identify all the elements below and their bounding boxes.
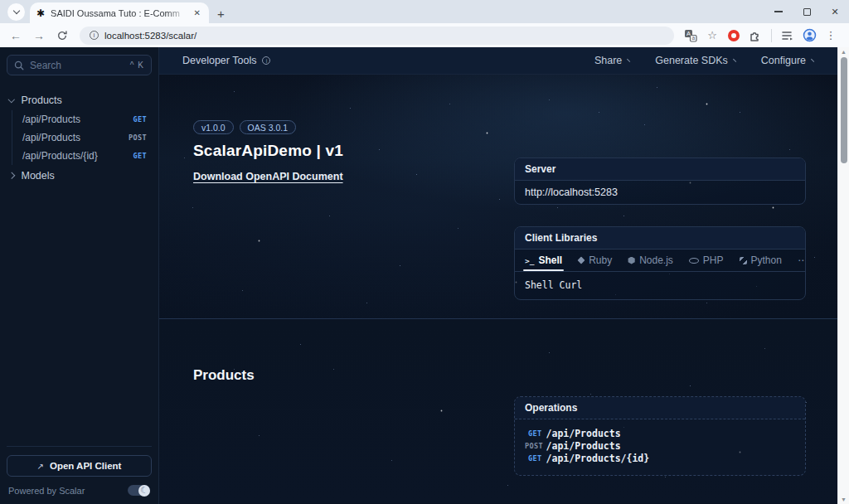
sidebar-endpoint-item[interactable]: /api/Products GET <box>12 110 152 128</box>
scroll-down-arrow[interactable]: ▼ <box>838 497 849 502</box>
sidebar-endpoint-item[interactable]: /api/Products/{id} GET <box>12 147 152 165</box>
operation-path: /api/Products/{id} <box>546 453 650 465</box>
new-tab-button[interactable]: + <box>217 7 225 20</box>
endpoint-path: /api/Products <box>22 114 133 125</box>
operation-link[interactable]: POST /api/Products <box>525 440 795 453</box>
sidebar-spacer <box>7 186 152 446</box>
sidebar-group-models[interactable]: Models <box>7 165 152 186</box>
method-badge: GET <box>133 115 147 124</box>
sidebar-group-products[interactable]: Products <box>7 90 152 110</box>
avatar-icon <box>803 28 817 42</box>
library-tab[interactable]: Python <box>740 250 782 271</box>
products-section: Products Operations GET /api/Products <box>159 319 837 503</box>
sidebar: Search ^ K Products /api/Products GET /a… <box>0 47 159 504</box>
maximize-icon <box>803 8 811 16</box>
browser-tab[interactable]: ✱ SAIDI Oussama Tuto : E-Comm ✕ <box>30 2 209 23</box>
server-card: Server http://localhost:5283 <box>514 158 806 205</box>
window-close-button[interactable]: ✕ <box>821 0 849 23</box>
header-menus: Share Generate SDKs Configure <box>594 55 816 66</box>
tab-label: Node.js <box>639 254 673 266</box>
api-title: ScalarApiDemo | v1 <box>193 142 343 160</box>
endpoint-list: /api/Products GET /api/Products POST /ap… <box>12 110 152 165</box>
library-tab[interactable]: Shell <box>525 250 562 271</box>
api-intro-section: v1.0.0 OAS 3.0.1 ScalarApiDemo | v1 Down… <box>159 75 837 319</box>
oas-badge: OAS 3.0.1 <box>240 120 296 134</box>
browser-menu-button[interactable]: ⋮ <box>821 26 841 46</box>
scrollbar-thumb[interactable] <box>841 57 847 163</box>
chevron-right-icon <box>8 172 15 179</box>
reading-list-button[interactable] <box>778 26 798 46</box>
extension-red-button[interactable] <box>724 26 744 46</box>
translate-button[interactable]: A a <box>681 26 701 46</box>
operation-method: GET <box>525 453 541 465</box>
search-icon <box>14 61 24 70</box>
library-tab[interactable]: Ruby <box>578 250 612 271</box>
open-api-client-button[interactable]: ↗ Open API Client <box>7 455 152 477</box>
url-text: localhost:5283/scalar/ <box>104 31 196 41</box>
profile-avatar-button[interactable] <box>799 26 819 46</box>
header-menu-item[interactable]: Share <box>594 55 632 66</box>
bookmark-star-button[interactable]: ☆ <box>702 26 722 46</box>
translate-icon: A a <box>684 29 697 42</box>
external-link-icon: ↗ <box>37 462 44 471</box>
operation-method: POST <box>525 440 541 453</box>
svg-text:a: a <box>691 35 695 41</box>
back-button[interactable]: ← <box>5 26 27 46</box>
operation-link[interactable]: GET /api/Products/{id} <box>525 453 795 465</box>
endpoint-path: /api/Products/{id} <box>22 150 133 162</box>
method-badge: POST <box>129 133 147 142</box>
chevron-down-icon <box>8 96 15 103</box>
operations-list: GET /api/Products POST /api/Products <box>515 419 805 475</box>
tab-icon <box>578 256 585 264</box>
minimize-icon <box>774 11 783 12</box>
method-badge: GET <box>133 152 147 160</box>
browser-toolbar: ← → localhost:5283/scalar/ A a ☆ <box>0 23 849 47</box>
forward-button[interactable]: → <box>28 26 50 46</box>
server-url-value[interactable]: http://localhost:5283 <box>515 181 805 204</box>
menu-label: Configure <box>761 55 806 66</box>
powered-by-row: Powered by Scalar ☾ <box>7 485 152 496</box>
operation-link[interactable]: GET /api/Products <box>525 428 795 440</box>
info-icon[interactable] <box>262 56 270 65</box>
moon-icon: ☾ <box>140 485 148 496</box>
tab-icon <box>525 256 534 265</box>
reload-button[interactable] <box>51 26 73 46</box>
operation-path: /api/Products <box>546 428 621 440</box>
search-placeholder: Search <box>30 60 124 71</box>
intro-left-column: v1.0.0 OAS 3.0.1 ScalarApiDemo | v1 Down… <box>193 120 343 318</box>
address-bar[interactable]: localhost:5283/scalar/ <box>80 27 674 45</box>
window-controls: ✕ <box>764 0 849 23</box>
library-tab[interactable]: Node.js <box>628 250 673 271</box>
sidebar-endpoint-item[interactable]: /api/Products POST <box>12 128 152 147</box>
scroll-area: v1.0.0 OAS 3.0.1 ScalarApiDemo | v1 Down… <box>159 75 837 504</box>
endpoint-path: /api/Products <box>22 132 129 143</box>
maximize-button[interactable] <box>793 0 821 23</box>
extensions-button[interactable] <box>745 26 765 46</box>
library-tab[interactable]: PHP <box>689 250 724 271</box>
minimize-button[interactable] <box>764 0 793 23</box>
dark-mode-toggle[interactable]: ☾ <box>128 485 150 496</box>
operation-path: /api/Products <box>546 440 621 453</box>
section-title: Products <box>193 367 255 503</box>
scroll-up-arrow[interactable]: ▲ <box>838 49 849 55</box>
powered-by-link[interactable]: Powered by Scalar <box>8 486 85 496</box>
site-info-icon[interactable] <box>90 31 99 40</box>
chevron-down-icon <box>12 7 19 14</box>
tab-label: Shell <box>538 254 562 266</box>
open-api-client-label: Open API Client <box>50 461 121 471</box>
tab-close-button[interactable]: ✕ <box>192 7 202 19</box>
app-header: Developer Tools Share Generate SDKs <box>159 47 837 75</box>
library-tab[interactable]: More <box>798 250 806 271</box>
tab-search-button[interactable] <box>7 3 25 21</box>
download-openapi-link[interactable]: Download OpenAPI Document <box>193 171 343 182</box>
browser-tab-strip: ✱ SAIDI Oussama Tuto : E-Comm ✕ + ✕ <box>0 0 849 23</box>
menu-label: Generate SDKs <box>655 55 728 66</box>
header-menu-item[interactable]: Generate SDKs <box>655 55 738 66</box>
main-content: Developer Tools Share Generate SDKs <box>159 47 837 504</box>
tab-icon <box>689 258 699 264</box>
menu-label: Share <box>594 55 622 66</box>
tab-label: PHP <box>703 254 724 266</box>
search-input[interactable]: Search ^ K <box>7 55 152 75</box>
page-scrollbar[interactable]: ▲ ▼ <box>837 47 849 504</box>
header-menu-item[interactable]: Configure <box>761 55 816 66</box>
